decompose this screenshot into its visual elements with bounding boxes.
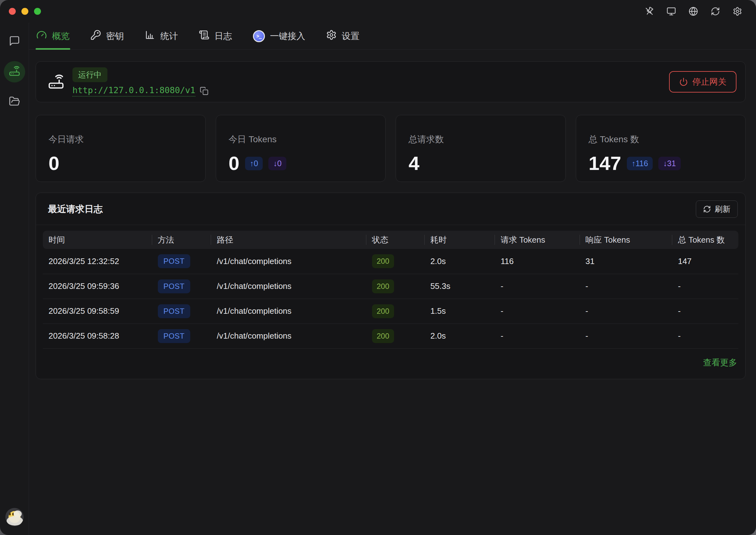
cell-path: /v1/chat/completions (211, 324, 366, 349)
tab-quick-connect[interactable]: >_ 一键接入 (252, 23, 306, 49)
status-code-badge: 200 (372, 304, 394, 318)
tab-keys[interactable]: 密钥 (90, 23, 124, 49)
globe-icon[interactable] (689, 7, 698, 16)
tab-label: 日志 (215, 30, 232, 42)
stat-label: 今日请求 (48, 133, 193, 145)
sidebar-item-files[interactable] (4, 91, 25, 113)
titlebar-actions (645, 7, 742, 16)
stat-card-total-tokens: 总 Tokens 数 147 ↑116 ↓31 (576, 115, 746, 182)
cell-total-tokens: - (672, 274, 738, 299)
traffic-lights (9, 8, 41, 15)
overview-content: 运行中 http://127.0.0.1:8080/v1 停止网关 (29, 50, 756, 535)
gateway-status-card: 运行中 http://127.0.0.1:8080/v1 停止网关 (36, 61, 745, 102)
cell-req-tokens: 116 (495, 249, 580, 274)
status-code-badge: 200 (372, 329, 394, 343)
status-code-badge: 200 (372, 254, 394, 268)
header-req-tokens: 请求 Tokens (495, 231, 580, 249)
cell-total-tokens: - (672, 324, 738, 349)
header-duration: 耗时 (425, 231, 495, 249)
stat-value: 147 (589, 154, 621, 173)
cell-path: /v1/chat/completions (211, 299, 366, 324)
display-icon[interactable] (667, 7, 676, 16)
header-total-tokens: 总 Tokens 数 (672, 231, 738, 249)
stat-value: 0 (48, 154, 59, 173)
power-icon (679, 77, 688, 86)
user-avatar[interactable] (5, 508, 24, 526)
method-badge: POST (158, 304, 190, 318)
refresh-logs-button[interactable]: 刷新 (696, 201, 738, 218)
cell-total-tokens: 147 (672, 249, 738, 274)
app-window: 概览 密钥 统计 日志 (0, 0, 756, 535)
cell-duration: 2.0s (425, 324, 495, 349)
minimize-window-button[interactable] (21, 8, 28, 15)
method-badge: POST (158, 329, 190, 343)
pin-off-icon[interactable] (645, 7, 654, 16)
cell-time: 2026/3/25 09:59:36 (43, 274, 152, 299)
view-more-link[interactable]: 查看更多 (703, 358, 737, 367)
cell-res-tokens: - (580, 299, 673, 324)
table-row[interactable]: 2026/3/25 09:59:36 POST /v1/chat/complet… (43, 274, 738, 299)
sidebar-item-chat[interactable] (4, 31, 25, 52)
gauge-icon (36, 30, 47, 42)
stat-value: 4 (408, 154, 419, 173)
cell-time: 2026/3/25 12:32:52 (43, 249, 152, 274)
gateway-url-text[interactable]: http://127.0.0.1:8080/v1 (73, 85, 195, 97)
gateway-url[interactable]: http://127.0.0.1:8080/v1 (73, 85, 208, 97)
titlebar (0, 0, 756, 23)
method-badge: POST (158, 254, 190, 268)
folder-open-icon (9, 96, 20, 108)
router-icon (9, 66, 20, 78)
request-log-table: 时间 方法 路径 状态 耗时 请求 Tokens 响应 Tokens 总 Tok… (43, 231, 738, 349)
cell-res-tokens: 31 (580, 249, 673, 274)
cell-duration: 2.0s (425, 249, 495, 274)
stat-label: 今日 Tokens (229, 133, 373, 145)
tab-label: 统计 (160, 30, 178, 42)
stat-value: 0 (229, 154, 239, 173)
tokens-up-badge: ↑116 (627, 157, 653, 170)
cell-time: 2026/3/25 09:58:28 (43, 324, 152, 349)
sidebar-item-gateway[interactable] (4, 61, 25, 82)
header-time: 时间 (43, 231, 152, 249)
tab-logs[interactable]: 日志 (198, 23, 233, 49)
cell-time: 2026/3/25 09:58:59 (43, 299, 152, 324)
cell-req-tokens: - (495, 299, 580, 324)
stat-card-today-tokens: 今日 Tokens 0 ↑0 ↓0 (216, 115, 386, 182)
table-row[interactable]: 2026/3/25 09:58:59 POST /v1/chat/complet… (43, 299, 738, 324)
cell-duration: 55.3s (425, 274, 495, 299)
stat-card-total-requests: 总请求数 4 (396, 115, 566, 182)
tab-bar: 概览 密钥 统计 日志 (29, 23, 756, 50)
tab-label: 一键接入 (270, 30, 305, 42)
tab-settings[interactable]: 设置 (325, 23, 360, 49)
cell-req-tokens: - (495, 324, 580, 349)
header-res-tokens: 响应 Tokens (580, 231, 673, 249)
recent-logs-title: 最近请求日志 (48, 203, 103, 215)
tab-overview[interactable]: 概览 (36, 23, 70, 49)
close-window-button[interactable] (9, 8, 16, 15)
sidebar (0, 23, 29, 535)
zoom-window-button[interactable] (34, 8, 41, 15)
router-icon (48, 74, 64, 90)
table-row[interactable]: 2026/3/25 09:58:28 POST /v1/chat/complet… (43, 324, 738, 349)
terminal-badge-icon: >_ (253, 30, 265, 42)
recent-logs-card: 最近请求日志 刷新 (36, 193, 745, 379)
cell-path: /v1/chat/completions (211, 249, 366, 274)
key-icon (90, 30, 101, 42)
header-path: 路径 (211, 231, 366, 249)
gear-icon[interactable] (733, 7, 742, 16)
gear-icon (326, 30, 337, 42)
cell-req-tokens: - (495, 274, 580, 299)
header-method: 方法 (152, 231, 211, 249)
cell-res-tokens: - (580, 274, 673, 299)
stats-row: 今日请求 0 今日 Tokens 0 ↑0 ↓0 (36, 115, 745, 182)
status-code-badge: 200 (372, 279, 394, 293)
table-row[interactable]: 2026/3/25 12:32:52 POST /v1/chat/complet… (43, 249, 738, 274)
tab-label: 设置 (342, 30, 359, 42)
chat-bubble-icon (9, 35, 20, 48)
tab-stats[interactable]: 统计 (144, 23, 179, 49)
bar-chart-icon (145, 30, 155, 42)
stop-gateway-button[interactable]: 停止网关 (669, 71, 737, 93)
stat-label: 总 Tokens 数 (589, 133, 733, 145)
refresh-icon[interactable] (711, 7, 720, 16)
table-header-row: 时间 方法 路径 状态 耗时 请求 Tokens 响应 Tokens 总 Tok… (43, 231, 738, 249)
copy-icon[interactable] (200, 87, 208, 95)
